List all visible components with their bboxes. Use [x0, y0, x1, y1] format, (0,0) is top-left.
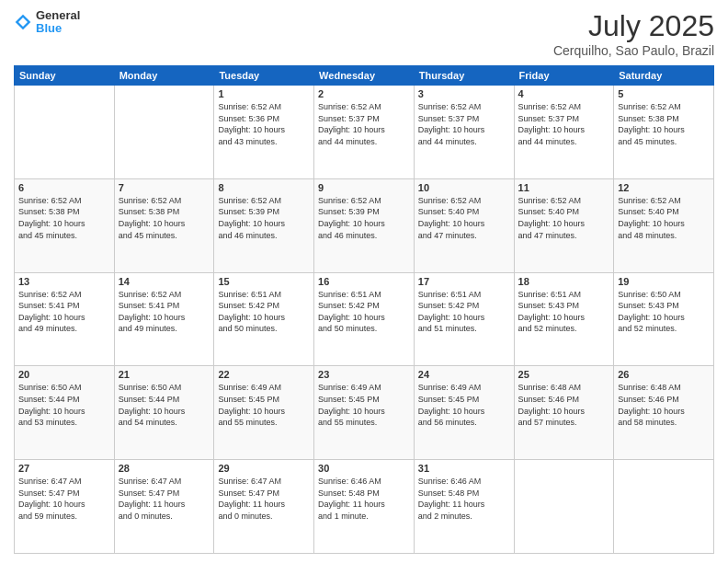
calendar-week-row: 6Sunrise: 6:52 AM Sunset: 5:38 PM Daylig…	[15, 178, 714, 272]
day-number: 28	[119, 463, 210, 474]
day-info: Sunrise: 6:49 AM Sunset: 5:45 PM Dayligh…	[318, 382, 410, 428]
day-info: Sunrise: 6:49 AM Sunset: 5:45 PM Dayligh…	[418, 382, 510, 428]
calendar-cell: 15Sunrise: 6:51 AM Sunset: 5:42 PM Dayli…	[214, 272, 314, 366]
day-info: Sunrise: 6:47 AM Sunset: 5:47 PM Dayligh…	[119, 476, 210, 522]
calendar-table: SundayMondayTuesdayWednesdayThursdayFrid…	[14, 65, 714, 554]
calendar-cell: 14Sunrise: 6:52 AM Sunset: 5:41 PM Dayli…	[114, 272, 214, 366]
day-number: 24	[418, 369, 510, 380]
calendar-cell: 12Sunrise: 6:52 AM Sunset: 5:40 PM Dayli…	[614, 178, 714, 272]
calendar-cell: 31Sunrise: 6:46 AM Sunset: 5:48 PM Dayli…	[414, 460, 514, 554]
day-number: 16	[318, 276, 410, 287]
calendar-cell: 29Sunrise: 6:47 AM Sunset: 5:47 PM Dayli…	[214, 460, 314, 554]
calendar-header-row: SundayMondayTuesdayWednesdayThursdayFrid…	[15, 66, 714, 86]
header: General Blue July 2025 Cerquilho, Sao Pa…	[14, 9, 714, 58]
calendar-day-header: Friday	[514, 66, 614, 86]
calendar-cell: 21Sunrise: 6:50 AM Sunset: 5:44 PM Dayli…	[114, 366, 214, 460]
page: General Blue July 2025 Cerquilho, Sao Pa…	[0, 0, 728, 563]
calendar-cell: 8Sunrise: 6:52 AM Sunset: 5:39 PM Daylig…	[214, 178, 314, 272]
location: Cerquilho, Sao Paulo, Brazil	[553, 43, 714, 58]
day-info: Sunrise: 6:52 AM Sunset: 5:39 PM Dayligh…	[318, 195, 410, 241]
calendar-day-header: Tuesday	[214, 66, 314, 86]
calendar-day-header: Saturday	[614, 66, 714, 86]
calendar-cell: 22Sunrise: 6:49 AM Sunset: 5:45 PM Dayli…	[214, 366, 314, 460]
calendar-cell: 20Sunrise: 6:50 AM Sunset: 5:44 PM Dayli…	[15, 366, 115, 460]
calendar-week-row: 1Sunrise: 6:52 AM Sunset: 5:36 PM Daylig…	[15, 86, 714, 179]
month-title: July 2025	[553, 9, 714, 43]
day-info: Sunrise: 6:52 AM Sunset: 5:41 PM Dayligh…	[119, 289, 210, 335]
day-number: 2	[318, 88, 410, 99]
day-info: Sunrise: 6:46 AM Sunset: 5:48 PM Dayligh…	[318, 476, 410, 522]
calendar-cell: 27Sunrise: 6:47 AM Sunset: 5:47 PM Dayli…	[15, 460, 115, 554]
calendar-cell	[15, 86, 115, 179]
day-number: 4	[518, 88, 610, 99]
calendar-day-header: Thursday	[414, 66, 514, 86]
calendar-week-row: 13Sunrise: 6:52 AM Sunset: 5:41 PM Dayli…	[15, 272, 714, 366]
calendar-cell: 3Sunrise: 6:52 AM Sunset: 5:37 PM Daylig…	[414, 86, 514, 179]
calendar-cell: 11Sunrise: 6:52 AM Sunset: 5:40 PM Dayli…	[514, 178, 614, 272]
day-number: 14	[119, 276, 210, 287]
day-info: Sunrise: 6:52 AM Sunset: 5:38 PM Dayligh…	[119, 195, 210, 241]
day-info: Sunrise: 6:52 AM Sunset: 5:40 PM Dayligh…	[618, 195, 710, 241]
calendar-cell: 5Sunrise: 6:52 AM Sunset: 5:38 PM Daylig…	[614, 86, 714, 179]
calendar-week-row: 20Sunrise: 6:50 AM Sunset: 5:44 PM Dayli…	[15, 366, 714, 460]
day-number: 26	[618, 369, 710, 380]
day-number: 3	[418, 88, 510, 99]
day-info: Sunrise: 6:51 AM Sunset: 5:42 PM Dayligh…	[418, 289, 510, 335]
day-info: Sunrise: 6:52 AM Sunset: 5:39 PM Dayligh…	[218, 195, 310, 241]
day-info: Sunrise: 6:52 AM Sunset: 5:38 PM Dayligh…	[18, 195, 110, 241]
day-number: 22	[218, 369, 310, 380]
logo-text: General Blue	[36, 9, 80, 36]
day-number: 31	[418, 463, 510, 474]
calendar-cell: 13Sunrise: 6:52 AM Sunset: 5:41 PM Dayli…	[15, 272, 115, 366]
calendar-cell: 9Sunrise: 6:52 AM Sunset: 5:39 PM Daylig…	[314, 178, 415, 272]
logo-line2: Blue	[36, 22, 80, 35]
day-info: Sunrise: 6:47 AM Sunset: 5:47 PM Dayligh…	[18, 476, 110, 522]
day-info: Sunrise: 6:47 AM Sunset: 5:47 PM Dayligh…	[218, 476, 310, 522]
day-number: 30	[318, 463, 410, 474]
day-info: Sunrise: 6:52 AM Sunset: 5:37 PM Dayligh…	[318, 101, 410, 147]
day-number: 27	[18, 463, 110, 474]
calendar-week-row: 27Sunrise: 6:47 AM Sunset: 5:47 PM Dayli…	[15, 460, 714, 554]
day-number: 6	[18, 182, 110, 193]
calendar-cell: 26Sunrise: 6:48 AM Sunset: 5:46 PM Dayli…	[614, 366, 714, 460]
day-number: 12	[618, 182, 710, 193]
logo-line1: General	[36, 9, 80, 22]
title-block: July 2025 Cerquilho, Sao Paulo, Brazil	[553, 9, 714, 58]
calendar-cell: 28Sunrise: 6:47 AM Sunset: 5:47 PM Dayli…	[114, 460, 214, 554]
logo-icon	[14, 13, 32, 31]
day-info: Sunrise: 6:52 AM Sunset: 5:36 PM Dayligh…	[218, 101, 310, 147]
calendar-day-header: Monday	[114, 66, 214, 86]
calendar-cell: 30Sunrise: 6:46 AM Sunset: 5:48 PM Dayli…	[314, 460, 415, 554]
day-number: 5	[618, 88, 710, 99]
day-info: Sunrise: 6:50 AM Sunset: 5:43 PM Dayligh…	[618, 289, 710, 335]
calendar-cell: 19Sunrise: 6:50 AM Sunset: 5:43 PM Dayli…	[614, 272, 714, 366]
day-info: Sunrise: 6:52 AM Sunset: 5:38 PM Dayligh…	[618, 101, 710, 147]
day-info: Sunrise: 6:51 AM Sunset: 5:42 PM Dayligh…	[318, 289, 410, 335]
calendar-cell: 23Sunrise: 6:49 AM Sunset: 5:45 PM Dayli…	[314, 366, 415, 460]
calendar-cell: 18Sunrise: 6:51 AM Sunset: 5:43 PM Dayli…	[514, 272, 614, 366]
calendar-cell: 17Sunrise: 6:51 AM Sunset: 5:42 PM Dayli…	[414, 272, 514, 366]
day-info: Sunrise: 6:48 AM Sunset: 5:46 PM Dayligh…	[518, 382, 610, 428]
logo: General Blue	[14, 9, 80, 36]
calendar-cell: 25Sunrise: 6:48 AM Sunset: 5:46 PM Dayli…	[514, 366, 614, 460]
day-number: 23	[318, 369, 410, 380]
day-info: Sunrise: 6:48 AM Sunset: 5:46 PM Dayligh…	[618, 382, 710, 428]
day-number: 10	[418, 182, 510, 193]
day-number: 9	[318, 182, 410, 193]
day-number: 17	[418, 276, 510, 287]
day-info: Sunrise: 6:50 AM Sunset: 5:44 PM Dayligh…	[18, 382, 110, 428]
day-number: 18	[518, 276, 610, 287]
calendar-cell	[114, 86, 214, 179]
calendar-day-header: Sunday	[15, 66, 115, 86]
day-info: Sunrise: 6:52 AM Sunset: 5:41 PM Dayligh…	[18, 289, 110, 335]
calendar-cell	[514, 460, 614, 554]
calendar-cell: 6Sunrise: 6:52 AM Sunset: 5:38 PM Daylig…	[15, 178, 115, 272]
calendar-cell: 24Sunrise: 6:49 AM Sunset: 5:45 PM Dayli…	[414, 366, 514, 460]
calendar-cell: 16Sunrise: 6:51 AM Sunset: 5:42 PM Dayli…	[314, 272, 415, 366]
calendar-cell: 10Sunrise: 6:52 AM Sunset: 5:40 PM Dayli…	[414, 178, 514, 272]
day-number: 29	[218, 463, 310, 474]
calendar-cell: 4Sunrise: 6:52 AM Sunset: 5:37 PM Daylig…	[514, 86, 614, 179]
calendar-day-header: Wednesday	[314, 66, 415, 86]
calendar-cell: 1Sunrise: 6:52 AM Sunset: 5:36 PM Daylig…	[214, 86, 314, 179]
day-info: Sunrise: 6:52 AM Sunset: 5:40 PM Dayligh…	[518, 195, 610, 241]
